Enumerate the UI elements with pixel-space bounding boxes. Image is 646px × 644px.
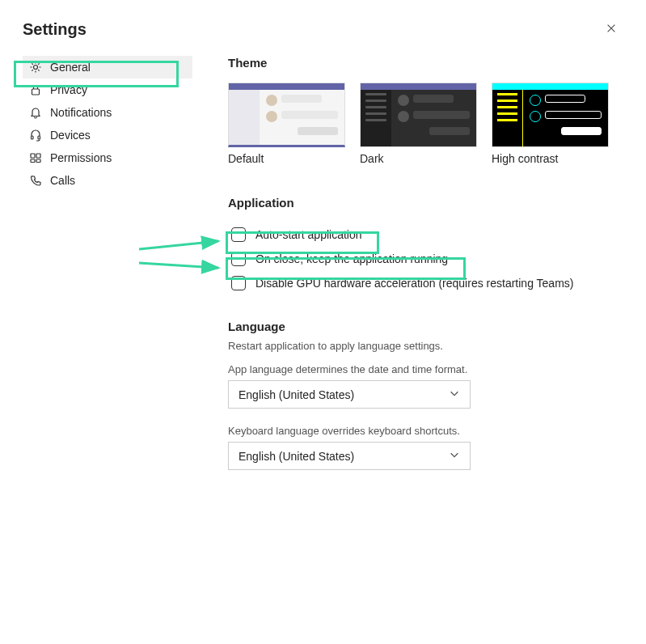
- theme-preview-dark: [360, 83, 477, 147]
- sidebar-item-calls[interactable]: Calls: [23, 169, 192, 192]
- theme-label: High contrast: [492, 152, 609, 165]
- svg-rect-1: [32, 89, 40, 95]
- app-language-note: App language determines the date and tim…: [228, 363, 623, 375]
- app-language-dropdown[interactable]: English (United States): [228, 380, 471, 409]
- sidebar-item-label: Permissions: [50, 151, 112, 164]
- sidebar-item-privacy[interactable]: Privacy: [23, 78, 192, 101]
- sidebar-item-label: Privacy: [50, 83, 87, 96]
- sidebar-item-notifications[interactable]: Notifications: [23, 101, 192, 124]
- bell-icon: [29, 106, 42, 119]
- sidebar-item-label: Devices: [50, 129, 91, 142]
- phone-icon: [29, 174, 42, 187]
- application-section-title: Application: [228, 196, 623, 210]
- gear-icon: [29, 61, 42, 74]
- sidebar: General Privacy Notifications Devices Pe: [23, 56, 192, 486]
- theme-label: Dark: [360, 152, 477, 165]
- checkbox-disable-gpu[interactable]: [231, 276, 246, 290]
- sidebar-item-label: Notifications: [50, 106, 112, 119]
- svg-rect-5: [36, 154, 40, 158]
- checkbox-row-disable-gpu[interactable]: Disable GPU hardware acceleration (requi…: [228, 271, 623, 295]
- sidebar-item-label: General: [50, 61, 91, 74]
- close-button[interactable]: [602, 19, 620, 40]
- keyboard-language-dropdown[interactable]: English (United States): [228, 442, 471, 470]
- svg-rect-6: [31, 159, 35, 163]
- language-section-title: Language: [228, 320, 623, 333]
- svg-rect-4: [31, 154, 35, 158]
- main-content: Theme Default: [192, 56, 623, 486]
- theme-option-dark[interactable]: Dark: [360, 83, 477, 165]
- dropdown-value: English (United States): [239, 450, 354, 463]
- chevron-down-icon: [449, 449, 460, 463]
- svg-rect-7: [36, 159, 40, 163]
- svg-rect-2: [32, 136, 34, 139]
- checkbox-label: Auto-start application: [255, 228, 362, 241]
- headset-icon: [29, 129, 42, 142]
- sidebar-item-general[interactable]: General: [23, 56, 192, 78]
- sidebar-item-devices[interactable]: Devices: [23, 124, 192, 146]
- theme-section-title: Theme: [228, 56, 623, 70]
- checkbox-row-keep-running[interactable]: On close, keep the application running: [228, 247, 623, 271]
- keyboard-language-note: Keyboard language overrides keyboard sho…: [228, 425, 623, 437]
- checkbox-label: Disable GPU hardware acceleration (requi…: [255, 277, 573, 290]
- theme-option-high-contrast[interactable]: High contrast: [492, 83, 609, 165]
- lock-icon: [29, 83, 42, 96]
- theme-preview-default: [228, 83, 345, 147]
- theme-preview-high-contrast: [492, 83, 609, 147]
- sidebar-item-label: Calls: [50, 174, 75, 187]
- checkbox-row-autostart[interactable]: Auto-start application: [228, 222, 623, 247]
- checkbox-keep-running[interactable]: [231, 252, 246, 266]
- checkbox-autostart[interactable]: [231, 227, 246, 242]
- svg-point-0: [34, 66, 38, 70]
- page-title: Settings: [23, 20, 87, 39]
- sidebar-item-permissions[interactable]: Permissions: [23, 146, 192, 169]
- dropdown-value: English (United States): [239, 388, 354, 401]
- checkbox-label: On close, keep the application running: [255, 252, 448, 265]
- svg-rect-3: [38, 136, 40, 139]
- chevron-down-icon: [449, 388, 460, 401]
- permissions-icon: [29, 151, 42, 164]
- language-restart-note: Restart application to apply language se…: [228, 340, 623, 352]
- theme-option-default[interactable]: Default: [228, 83, 345, 165]
- theme-label: Default: [228, 152, 345, 165]
